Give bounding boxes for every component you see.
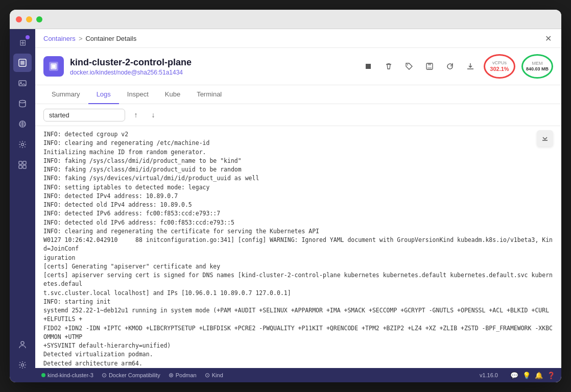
svg-point-19 bbox=[407, 64, 408, 65]
tab-terminal[interactable]: Terminal bbox=[188, 85, 230, 104]
logs-toolbar: ↑ ↓ bbox=[35, 104, 561, 126]
bell-icon[interactable]: 🔔 bbox=[535, 372, 543, 379]
tabs-bar: Summary Logs Inspect Kube Terminal bbox=[35, 85, 561, 104]
sidebar-icon-container[interactable] bbox=[13, 54, 32, 72]
titlebar bbox=[10, 10, 561, 29]
sidebar-icon-gear[interactable] bbox=[13, 356, 32, 374]
status-kind: ⊙ Kind bbox=[205, 372, 223, 379]
maximize-button[interactable] bbox=[36, 16, 42, 22]
svg-point-4 bbox=[19, 101, 26, 103]
save-button[interactable] bbox=[422, 59, 437, 74]
container-header: kind-cluster-2-control-plane docker.io/k… bbox=[35, 48, 561, 85]
scroll-to-end-button[interactable] bbox=[537, 130, 553, 146]
sidebar-icon-user[interactable] bbox=[13, 335, 32, 354]
svg-rect-18 bbox=[366, 64, 371, 69]
status-docker: ⊙ Docker Compatibility bbox=[102, 372, 160, 379]
svg-point-8 bbox=[21, 143, 24, 146]
mem-label: MEM bbox=[532, 61, 543, 66]
sidebar-icon-settings[interactable] bbox=[13, 135, 32, 154]
delete-button[interactable] bbox=[382, 59, 396, 74]
sidebar: ⊞ bbox=[10, 29, 35, 382]
scroll-up-button[interactable]: ↑ bbox=[129, 108, 142, 121]
sidebar-icon-volume[interactable] bbox=[13, 94, 32, 113]
svg-rect-12 bbox=[23, 165, 26, 168]
container-icon bbox=[43, 56, 64, 77]
svg-rect-11 bbox=[19, 165, 22, 168]
vcpu-metric: vCPUs 302.1% bbox=[484, 54, 515, 79]
svg-rect-9 bbox=[19, 161, 22, 164]
svg-rect-22 bbox=[427, 67, 432, 69]
minimize-button[interactable] bbox=[26, 16, 32, 22]
breadcrumb-parent[interactable]: Containers bbox=[43, 35, 76, 42]
tab-kube[interactable]: Kube bbox=[157, 85, 188, 104]
sidebar-icon-network[interactable] bbox=[13, 115, 32, 133]
bulb-icon[interactable]: 💡 bbox=[522, 372, 531, 379]
svg-rect-1 bbox=[20, 61, 25, 65]
vcpu-label: vCPUs bbox=[492, 60, 507, 66]
logs-content[interactable]: INFO: detected cgroup v2 INFO: clearing … bbox=[35, 126, 561, 368]
status-actions: 💬 💡 🔔 ❓ bbox=[510, 372, 555, 379]
breadcrumb: Containers > Container Details ✕ bbox=[35, 29, 561, 48]
log-text: INFO: detected cgroup v2 INFO: clearing … bbox=[43, 130, 553, 368]
svg-point-14 bbox=[21, 364, 24, 366]
tab-logs[interactable]: Logs bbox=[88, 85, 119, 104]
container-name: kind-cluster-2-control-plane bbox=[70, 57, 355, 68]
download-button[interactable] bbox=[463, 59, 478, 74]
close-icon[interactable]: ✕ bbox=[543, 33, 553, 43]
sidebar-icon-image[interactable] bbox=[13, 74, 32, 92]
status-podman: ⊛ Podman bbox=[169, 372, 197, 379]
close-button[interactable] bbox=[16, 16, 22, 22]
vcpu-value: 302.1% bbox=[490, 66, 509, 72]
search-input[interactable] bbox=[43, 109, 125, 121]
svg-rect-21 bbox=[428, 63, 431, 65]
sidebar-icon-grid[interactable]: ⊞ bbox=[13, 33, 32, 52]
breadcrumb-separator: > bbox=[79, 35, 83, 42]
mem-value: 840.03 MB bbox=[526, 66, 549, 72]
tag-button[interactable] bbox=[402, 59, 416, 74]
version-label: v1.16.0 bbox=[480, 372, 498, 378]
statusbar: kind-kind-cluster-3 ⊙ Docker Compatibili… bbox=[35, 368, 561, 382]
breadcrumb-current: Container Details bbox=[85, 35, 136, 42]
chat-icon[interactable]: 💬 bbox=[510, 372, 518, 379]
tab-inspect[interactable]: Inspect bbox=[119, 85, 157, 104]
stop-button[interactable] bbox=[361, 59, 375, 74]
svg-point-13 bbox=[21, 341, 24, 345]
svg-rect-10 bbox=[23, 161, 26, 164]
scroll-down-button[interactable]: ↓ bbox=[147, 108, 160, 121]
tab-summary[interactable]: Summary bbox=[43, 85, 88, 104]
refresh-button[interactable] bbox=[443, 59, 457, 74]
help-icon[interactable]: ❓ bbox=[547, 372, 555, 379]
svg-rect-17 bbox=[52, 65, 55, 68]
mem-metric: MEM 840.03 MB bbox=[521, 54, 553, 79]
container-image[interactable]: docker.io/kindest/node@sha256:51a1434 bbox=[70, 69, 355, 76]
sidebar-icon-extension[interactable] bbox=[13, 156, 32, 174]
status-cluster: kind-kind-cluster-3 bbox=[41, 372, 93, 378]
header-actions: vCPUs 302.1% MEM 840.03 MB bbox=[361, 54, 553, 79]
